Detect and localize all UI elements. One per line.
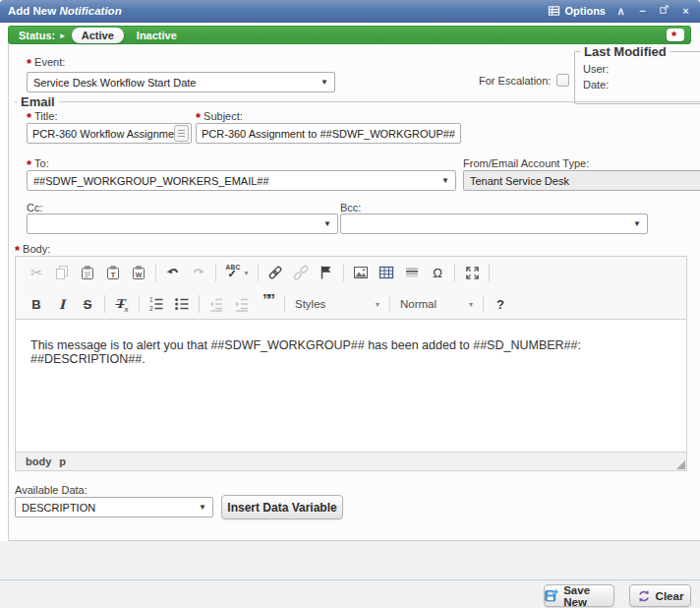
title-field-tool-icon[interactable]	[174, 125, 189, 142]
dialog-footer: Save New Clear	[0, 541, 700, 608]
editor-resize-grip-icon[interactable]	[676, 460, 685, 469]
paragraph-format-combo[interactable]: Normal ▾	[394, 293, 479, 315]
paste-plain-text-icon: T	[105, 265, 121, 280]
toolbar-separator	[483, 295, 484, 313]
save-plus-icon	[545, 588, 558, 603]
last-modified-fieldset: Last Modified User: Date:	[574, 51, 700, 104]
to-select[interactable]: ##SDWF_WORKGROUP_WORKERS_EMAIL## ▼	[27, 170, 456, 191]
popout-icon[interactable]	[658, 0, 671, 22]
unlink-button[interactable]	[288, 260, 314, 285]
required-indicator-pill[interactable]: *	[667, 29, 684, 41]
paste-word-button[interactable]: W	[126, 260, 151, 285]
last-modified-date-label: Date:	[583, 79, 609, 91]
svg-text:T: T	[111, 271, 116, 279]
format-combo-value: Normal	[400, 298, 437, 310]
footer-divider	[0, 579, 700, 580]
svg-text:1: 1	[149, 296, 153, 303]
link-button[interactable]	[262, 260, 288, 285]
redo-button[interactable]	[186, 260, 211, 285]
copy-button[interactable]	[49, 260, 75, 285]
to-select-value: ##SDWF_WORKGROUP_WORKERS_EMAIL##	[33, 175, 441, 187]
for-escalation-label: For Escalation:	[479, 75, 551, 87]
horizontal-rule-button[interactable]	[399, 260, 425, 285]
clear-label: Clear	[656, 590, 684, 602]
cc-select[interactable]: ▼	[27, 213, 338, 234]
dropdown-caret-icon: ▼	[321, 78, 328, 87]
available-data-select[interactable]: DESCRIPTION ▼	[15, 497, 213, 517]
save-new-label: Save New	[563, 584, 613, 608]
link-icon	[267, 265, 283, 280]
add-new-notification-dialog: Add New Notification Options ∧ − ×	[0, 0, 700, 608]
path-element-body[interactable]: body	[26, 456, 51, 467]
numbered-list-button[interactable]: 1 2	[144, 291, 169, 317]
toolbar-separator	[489, 264, 490, 281]
table-icon	[379, 265, 394, 280]
remove-format-icon: Tx	[116, 294, 129, 314]
email-fieldset-rule	[15, 101, 700, 102]
dialog-title: Add New Notification	[8, 5, 122, 17]
event-select[interactable]: Service Desk Workflow Start Date ▼	[27, 72, 335, 92]
blockquote-button[interactable]: ””	[255, 291, 280, 317]
remove-format-button[interactable]: Tx	[109, 291, 135, 317]
horizontal-line-icon	[404, 265, 420, 280]
path-element-p[interactable]: p	[59, 456, 66, 467]
status-inactive-toggle[interactable]: Inactive	[137, 30, 177, 41]
undo-button[interactable]	[160, 260, 186, 285]
toolbar-separator	[139, 295, 140, 313]
table-button[interactable]	[374, 260, 399, 285]
close-icon[interactable]: ×	[679, 0, 692, 22]
editor-content-area[interactable]: This message is to alert you that ##SDWF…	[16, 320, 686, 452]
paste-text-button[interactable]: T	[100, 260, 126, 285]
from-label: From/Email Account Type:	[463, 157, 589, 169]
bold-button[interactable]: B	[24, 291, 49, 317]
image-button[interactable]	[348, 260, 374, 285]
required-icon: *	[671, 31, 676, 41]
special-character-button[interactable]: Ω	[425, 260, 450, 285]
maximize-button[interactable]	[459, 260, 485, 285]
spellcheck-abc-icon: ABC ✓	[225, 265, 243, 280]
status-label: Status:	[19, 30, 55, 41]
from-value: Tenant Service Desk	[470, 175, 700, 187]
status-active-toggle[interactable]: Active	[72, 28, 124, 43]
caret-down-icon: ▾	[244, 269, 248, 277]
paste-button[interactable]	[75, 260, 100, 285]
paste-from-word-icon: W	[131, 265, 146, 280]
last-modified-user-label: User:	[583, 63, 609, 75]
numbered-list-icon: 1 2	[148, 296, 164, 312]
italic-button[interactable]: I	[49, 291, 75, 317]
increase-indent-button[interactable]	[229, 291, 255, 317]
decrease-indent-button[interactable]	[204, 291, 229, 317]
blockquote-icon: ””	[262, 296, 272, 306]
about-button[interactable]: ?	[488, 291, 513, 317]
copy-icon	[54, 265, 70, 280]
minimize-icon[interactable]: −	[636, 0, 649, 22]
insert-data-variable-button[interactable]: Insert Data Variable	[221, 495, 343, 519]
cut-button[interactable]: ✂	[24, 260, 49, 285]
popout-arrow-icon	[659, 4, 670, 15]
options-button[interactable]: Options	[548, 5, 606, 17]
clear-button[interactable]: Clear	[629, 584, 691, 607]
toolbar-separator	[258, 264, 259, 281]
dropdown-caret-icon: ▼	[199, 503, 206, 512]
collapse-icon[interactable]: ∧	[614, 0, 627, 22]
save-new-button[interactable]: Save New	[544, 584, 614, 607]
subject-input[interactable]	[196, 123, 461, 144]
bcc-select[interactable]: ▼	[340, 213, 648, 234]
paste-icon	[80, 265, 95, 280]
strikethrough-button[interactable]: S	[75, 291, 100, 317]
dropdown-caret-icon: ▼	[633, 219, 641, 228]
title-input[interactable]	[27, 123, 192, 144]
toolbar-separator	[389, 295, 390, 313]
options-label: Options	[564, 5, 606, 17]
svg-text:W: W	[136, 272, 143, 278]
spellcheck-button[interactable]: ABC ✓ ▾	[220, 260, 254, 285]
toolbar-separator	[155, 264, 156, 281]
bulleted-list-button[interactable]	[169, 291, 195, 317]
strikethrough-icon: S	[84, 297, 92, 312]
anchor-button[interactable]	[314, 260, 339, 285]
for-escalation-checkbox[interactable]	[556, 74, 569, 87]
styles-combo[interactable]: Styles ▾	[289, 293, 385, 315]
dropdown-caret-icon: ▼	[323, 219, 331, 228]
unlink-icon	[293, 265, 309, 280]
toolbar-separator	[343, 264, 344, 281]
